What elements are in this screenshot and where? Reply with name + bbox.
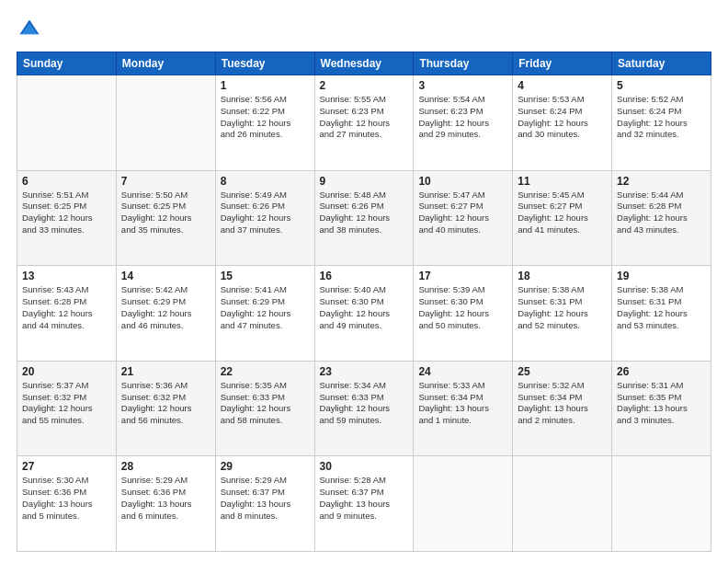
- calendar-cell: 24Sunrise: 5:33 AM Sunset: 6:34 PM Dayli…: [414, 361, 513, 456]
- day-number: 30: [320, 460, 409, 473]
- calendar-col-sunday: Sunday: [17, 52, 117, 75]
- day-info: Sunrise: 5:40 AM Sunset: 6:30 PM Dayligh…: [320, 284, 409, 331]
- day-number: 22: [221, 365, 310, 378]
- day-info: Sunrise: 5:47 AM Sunset: 6:27 PM Dayligh…: [418, 190, 507, 236]
- calendar-cell: 13Sunrise: 5:43 AM Sunset: 6:28 PM Dayli…: [17, 266, 117, 362]
- calendar-cell: 3Sunrise: 5:54 AM Sunset: 6:23 PM Daylig…: [414, 75, 513, 171]
- day-info: Sunrise: 5:28 AM Sunset: 6:37 PM Dayligh…: [320, 475, 409, 522]
- calendar-col-wednesday: Wednesday: [314, 52, 414, 75]
- day-number: 11: [518, 175, 607, 188]
- calendar-cell: 18Sunrise: 5:38 AM Sunset: 6:31 PM Dayli…: [513, 266, 612, 362]
- day-number: 2: [320, 79, 409, 92]
- calendar-cell: 9Sunrise: 5:48 AM Sunset: 6:26 PM Daylig…: [314, 170, 414, 266]
- day-info: Sunrise: 5:43 AM Sunset: 6:28 PM Dayligh…: [22, 284, 111, 331]
- day-number: 8: [221, 175, 310, 188]
- day-info: Sunrise: 5:37 AM Sunset: 6:32 PM Dayligh…: [22, 380, 111, 427]
- calendar-cell: 1Sunrise: 5:56 AM Sunset: 6:22 PM Daylig…: [215, 75, 314, 171]
- calendar-row-3: 20Sunrise: 5:37 AM Sunset: 6:32 PM Dayli…: [17, 361, 711, 456]
- calendar-cell: 23Sunrise: 5:34 AM Sunset: 6:33 PM Dayli…: [314, 361, 414, 456]
- calendar-row-4: 27Sunrise: 5:30 AM Sunset: 6:36 PM Dayli…: [17, 456, 711, 552]
- calendar-cell: 26Sunrise: 5:31 AM Sunset: 6:35 PM Dayli…: [612, 361, 711, 456]
- calendar-cell: [513, 456, 612, 552]
- day-number: 6: [22, 175, 111, 188]
- calendar-col-friday: Friday: [513, 52, 612, 75]
- day-number: 5: [617, 79, 706, 92]
- logo: [17, 17, 46, 42]
- page: SundayMondayTuesdayWednesdayThursdayFrid…: [0, 0, 728, 563]
- day-number: 29: [221, 460, 310, 473]
- day-info: Sunrise: 5:34 AM Sunset: 6:33 PM Dayligh…: [320, 380, 409, 427]
- calendar-cell: 25Sunrise: 5:32 AM Sunset: 6:34 PM Dayli…: [513, 361, 612, 456]
- day-number: 27: [22, 460, 111, 473]
- day-info: Sunrise: 5:38 AM Sunset: 6:31 PM Dayligh…: [518, 284, 607, 331]
- day-number: 17: [418, 270, 507, 282]
- day-info: Sunrise: 5:42 AM Sunset: 6:29 PM Dayligh…: [121, 284, 210, 331]
- day-number: 26: [617, 365, 706, 378]
- day-info: Sunrise: 5:32 AM Sunset: 6:34 PM Dayligh…: [518, 380, 607, 427]
- day-number: 19: [617, 270, 706, 282]
- day-number: 3: [418, 79, 507, 92]
- calendar-cell: 20Sunrise: 5:37 AM Sunset: 6:32 PM Dayli…: [17, 361, 117, 456]
- day-number: 14: [121, 270, 210, 282]
- day-number: 24: [418, 365, 507, 378]
- day-info: Sunrise: 5:39 AM Sunset: 6:30 PM Dayligh…: [418, 284, 507, 331]
- calendar-cell: 19Sunrise: 5:38 AM Sunset: 6:31 PM Dayli…: [612, 266, 711, 362]
- day-number: 21: [121, 365, 210, 378]
- calendar-cell: 12Sunrise: 5:44 AM Sunset: 6:28 PM Dayli…: [612, 170, 711, 266]
- day-info: Sunrise: 5:48 AM Sunset: 6:26 PM Dayligh…: [320, 190, 409, 236]
- calendar-cell: [17, 75, 117, 171]
- day-number: 25: [518, 365, 607, 378]
- day-info: Sunrise: 5:35 AM Sunset: 6:33 PM Dayligh…: [221, 380, 310, 427]
- calendar-cell: 11Sunrise: 5:45 AM Sunset: 6:27 PM Dayli…: [513, 170, 612, 266]
- day-number: 18: [518, 270, 607, 282]
- header: [17, 17, 711, 42]
- calendar-table: SundayMondayTuesdayWednesdayThursdayFrid…: [17, 52, 711, 552]
- calendar-cell: 16Sunrise: 5:40 AM Sunset: 6:30 PM Dayli…: [314, 266, 414, 362]
- calendar-cell: 5Sunrise: 5:52 AM Sunset: 6:24 PM Daylig…: [612, 75, 711, 171]
- day-number: 4: [518, 79, 607, 92]
- day-info: Sunrise: 5:54 AM Sunset: 6:23 PM Dayligh…: [418, 94, 507, 141]
- calendar-cell: 30Sunrise: 5:28 AM Sunset: 6:37 PM Dayli…: [314, 456, 414, 552]
- calendar-cell: 8Sunrise: 5:49 AM Sunset: 6:26 PM Daylig…: [215, 170, 314, 266]
- calendar-cell: [116, 75, 215, 171]
- day-info: Sunrise: 5:29 AM Sunset: 6:37 PM Dayligh…: [221, 475, 310, 522]
- day-number: 15: [221, 270, 310, 282]
- calendar-col-monday: Monday: [116, 52, 215, 75]
- day-info: Sunrise: 5:44 AM Sunset: 6:28 PM Dayligh…: [617, 190, 706, 236]
- calendar-cell: 22Sunrise: 5:35 AM Sunset: 6:33 PM Dayli…: [215, 361, 314, 456]
- day-info: Sunrise: 5:52 AM Sunset: 6:24 PM Dayligh…: [617, 94, 706, 141]
- day-number: 28: [121, 460, 210, 473]
- day-info: Sunrise: 5:49 AM Sunset: 6:26 PM Dayligh…: [221, 190, 310, 236]
- day-number: 10: [418, 175, 507, 188]
- calendar-cell: 10Sunrise: 5:47 AM Sunset: 6:27 PM Dayli…: [414, 170, 513, 266]
- calendar-col-tuesday: Tuesday: [215, 52, 314, 75]
- calendar-row-0: 1Sunrise: 5:56 AM Sunset: 6:22 PM Daylig…: [17, 75, 711, 171]
- day-info: Sunrise: 5:33 AM Sunset: 6:34 PM Dayligh…: [418, 380, 507, 427]
- day-info: Sunrise: 5:29 AM Sunset: 6:36 PM Dayligh…: [121, 475, 210, 522]
- calendar-row-1: 6Sunrise: 5:51 AM Sunset: 6:25 PM Daylig…: [17, 170, 711, 266]
- calendar-header-row: SundayMondayTuesdayWednesdayThursdayFrid…: [17, 52, 711, 75]
- day-info: Sunrise: 5:51 AM Sunset: 6:25 PM Dayligh…: [22, 190, 111, 236]
- calendar-cell: 21Sunrise: 5:36 AM Sunset: 6:32 PM Dayli…: [116, 361, 215, 456]
- calendar-col-saturday: Saturday: [612, 52, 711, 75]
- day-number: 20: [22, 365, 111, 378]
- day-number: 23: [320, 365, 409, 378]
- day-info: Sunrise: 5:53 AM Sunset: 6:24 PM Dayligh…: [518, 94, 607, 141]
- calendar-cell: 27Sunrise: 5:30 AM Sunset: 6:36 PM Dayli…: [17, 456, 117, 552]
- calendar-cell: 17Sunrise: 5:39 AM Sunset: 6:30 PM Dayli…: [414, 266, 513, 362]
- calendar-cell: 7Sunrise: 5:50 AM Sunset: 6:25 PM Daylig…: [116, 170, 215, 266]
- calendar-cell: [414, 456, 513, 552]
- calendar-cell: 6Sunrise: 5:51 AM Sunset: 6:25 PM Daylig…: [17, 170, 117, 266]
- calendar-cell: 4Sunrise: 5:53 AM Sunset: 6:24 PM Daylig…: [513, 75, 612, 171]
- day-info: Sunrise: 5:36 AM Sunset: 6:32 PM Dayligh…: [121, 380, 210, 427]
- calendar-cell: 14Sunrise: 5:42 AM Sunset: 6:29 PM Dayli…: [116, 266, 215, 362]
- calendar-cell: 2Sunrise: 5:55 AM Sunset: 6:23 PM Daylig…: [314, 75, 414, 171]
- day-number: 7: [121, 175, 210, 188]
- day-info: Sunrise: 5:56 AM Sunset: 6:22 PM Dayligh…: [221, 94, 310, 141]
- day-number: 12: [617, 175, 706, 188]
- day-info: Sunrise: 5:31 AM Sunset: 6:35 PM Dayligh…: [617, 380, 706, 427]
- calendar-cell: [612, 456, 711, 552]
- day-info: Sunrise: 5:50 AM Sunset: 6:25 PM Dayligh…: [121, 190, 210, 236]
- day-number: 16: [320, 270, 409, 282]
- logo-icon: [17, 17, 42, 42]
